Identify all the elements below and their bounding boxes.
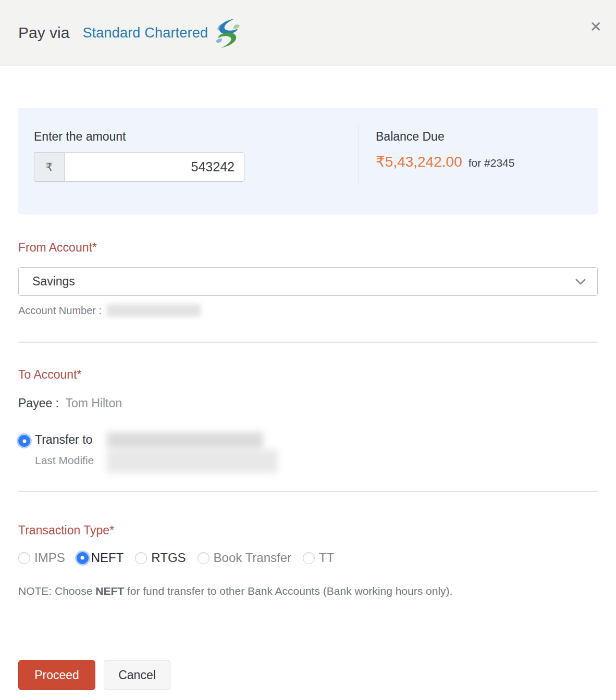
dialog-body: Enter the amount ₹ Balance Due ₹5,43,242… [0,108,616,690]
transaction-type-option-rtgs[interactable]: RTGS [135,551,186,565]
section-divider [18,491,598,492]
from-account-selected-value: Savings [32,274,575,289]
note-suffix: for fund transfer to other Bank Accounts… [124,585,452,597]
note-prefix: NOTE: Choose [18,585,95,597]
account-number-row: Account Number : [18,303,598,318]
bank-brand-name: Standard Chartered [82,25,208,41]
standard-chartered-logo-icon [214,18,241,51]
transfer-to-radio[interactable] [18,435,30,447]
transaction-type-option-neft[interactable]: NEFT [77,551,124,565]
tt-radio[interactable] [303,552,315,564]
rupee-currency-prefix: ₹ [34,152,64,182]
from-account-select[interactable]: Savings [18,267,598,296]
rtgs-radio[interactable] [135,552,147,564]
balance-due-invoice-ref: for #2345 [469,157,515,169]
tt-option-label: TT [319,551,334,565]
neft-radio[interactable] [77,552,89,564]
section-divider [18,342,598,343]
dialog-header: Pay via Standard Chartered ✕ [0,0,616,66]
rtgs-option-label: RTGS [151,551,186,565]
transaction-type-label: Transaction Type* [18,523,598,538]
proceed-button[interactable]: Proceed [18,660,95,690]
book-transfer-option-label: Book Transfer [214,551,291,565]
transfer-to-label: Transfer to [35,433,92,447]
last-modified-label: Last Modifie [35,454,94,467]
dialog-title: Pay via [18,24,69,42]
enter-amount-label: Enter the amount [34,130,359,144]
amount-input[interactable] [64,152,244,182]
transfer-to-row[interactable]: Transfer to Last Modifie [18,431,598,473]
imps-radio[interactable] [18,552,30,564]
transaction-type-option-imps[interactable]: IMPS [18,551,65,565]
transaction-type-option-tt[interactable]: TT [303,551,334,565]
note-bold-term: NEFT [95,585,124,597]
payee-name: Tom Hilton [65,396,122,410]
enter-amount-block: Enter the amount ₹ [18,108,359,215]
balance-due-label: Balance Due [376,130,514,144]
from-account-label: From Account* [18,241,598,255]
close-icon[interactable]: ✕ [590,20,602,34]
amount-balance-panel: Enter the amount ₹ Balance Due ₹5,43,242… [18,108,598,215]
transfer-account-redacted [107,431,278,474]
to-account-label: To Account* [18,368,598,382]
transaction-type-options: IMPS NEFT RTGS Book Transfer TT [18,551,598,565]
pay-via-dialog: Pay via Standard Chartered ✕ Enter the a… [0,0,616,700]
book-transfer-radio[interactable] [198,552,210,564]
balance-due-block: Balance Due ₹5,43,242.00 for #2345 [359,108,514,215]
dialog-actions: Proceed Cancel [18,660,598,690]
payee-label: Payee : [18,396,59,410]
imps-option-label: IMPS [34,551,65,565]
neft-option-label: NEFT [91,551,124,565]
amount-input-group: ₹ [34,152,244,182]
account-number-redacted [107,304,201,317]
account-number-label: Account Number : [18,305,102,317]
transaction-type-option-book-transfer[interactable]: Book Transfer [198,551,291,565]
payee-row: Payee : Tom Hilton [18,396,598,410]
chevron-down-icon [575,279,586,285]
balance-due-amount: ₹5,43,242.00 [376,153,462,170]
cancel-button[interactable]: Cancel [104,660,170,690]
neft-note: NOTE: Choose NEFT for fund transfer to o… [18,585,598,597]
